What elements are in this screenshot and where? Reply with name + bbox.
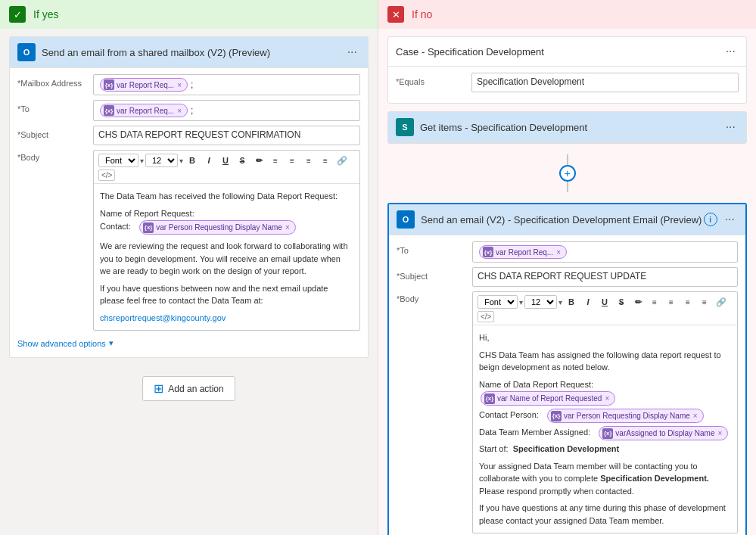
strikethrough-button-v2[interactable]: S	[614, 294, 629, 309]
to-row-v2: *To {x} var Report Req... ×	[397, 241, 738, 263]
paint-button-v2[interactable]: ✏	[630, 294, 646, 309]
indent-button[interactable]: ≡	[301, 153, 316, 168]
outdent-button-v2[interactable]: ≡	[697, 294, 712, 309]
font-select-v2[interactable]: Font	[478, 295, 518, 309]
body-text-5: If you have questions between now and th…	[100, 282, 353, 307]
sharepoint-icon: S	[396, 118, 414, 136]
body-label: *Body	[17, 150, 93, 162]
token-icon-to: {x}	[104, 105, 114, 116]
card-menu-email[interactable]: ···	[344, 44, 360, 61]
font-select[interactable]: Font	[98, 154, 138, 167]
contact-token-icon-v2: {x}	[551, 411, 562, 421]
sharepoint-card-menu[interactable]: ···	[723, 119, 739, 135]
outdent-button[interactable]: ≡	[318, 153, 333, 168]
name-token: {x} var Name of Report Requested ×	[481, 391, 615, 406]
body-text-6: chsreportrequest@kingcounty.gov	[100, 312, 353, 325]
condition-title: Case - Specification Development	[396, 46, 723, 58]
show-advanced-options[interactable]: Show advanced options ▾	[17, 335, 360, 351]
condition-card-menu[interactable]: ···	[723, 43, 739, 60]
card-body-email: *Mailbox Address {x} var Report Req... ×…	[10, 68, 368, 357]
email-v2-card-title: Send an email (V2) - Specification Devel…	[421, 214, 704, 226]
body-content[interactable]: The Data Team has received the following…	[94, 184, 359, 330]
sharepoint-card-header: S Get items - Specification Development …	[388, 112, 746, 143]
subject-input-v2[interactable]: CHS DATA REPORT REQUEST UPDATE	[472, 267, 738, 287]
to-token: {x} var Report Req... ×	[100, 104, 188, 117]
name-token-icon: {x}	[484, 393, 495, 404]
team-token-close[interactable]: ×	[718, 428, 723, 439]
token-icon: {x}	[104, 79, 114, 90]
body-row-v2: *Body Font ▾ 12 ▾	[397, 291, 738, 533]
body-para1: Your assigned Data Team member will be c…	[479, 460, 731, 498]
connector-line-top	[567, 154, 568, 165]
chevron-font-icon: ▾	[140, 157, 144, 165]
mailbox-token-close[interactable]: ×	[177, 81, 182, 89]
ol-button-v2[interactable]: ≡	[647, 294, 662, 309]
email-v2-card-menu[interactable]: ···	[722, 211, 738, 228]
branch-label-yes: If yes	[33, 8, 58, 20]
to-token-close-v2[interactable]: ×	[556, 248, 561, 257]
ol-button[interactable]: ≡	[268, 153, 283, 168]
body-area-wrapper-v2: Font ▾ 12 ▾ B I U S	[472, 291, 738, 533]
subject-row: *Subject CHS DATA REPORT REQUEST CONFIRM…	[17, 126, 360, 145]
to-token-v2: {x} var Report Req... ×	[479, 245, 567, 259]
code-toggle[interactable]: </>	[98, 170, 115, 181]
underline-button-v2[interactable]: U	[597, 294, 612, 309]
bold-button-v2[interactable]: B	[564, 294, 579, 309]
strikethrough-button[interactable]: S	[235, 153, 250, 168]
email-v2-card-header: O Send an email (V2) - Specification Dev…	[389, 204, 745, 235]
body-label-team: Data Team Member Assigned:	[479, 428, 590, 437]
subject-input[interactable]: CHS DATA REPORT REQUEST CONFIRMATION	[93, 126, 360, 145]
to-input[interactable]: {x} var Report Req... × ;	[93, 100, 360, 121]
email-shared-mailbox-card: O Send an email from a shared mailbox (V…	[9, 36, 369, 358]
body-text-1: The Data Team has received the following…	[100, 190, 353, 203]
body-content-v2[interactable]: Hi, CHS Data Team has assigned the follo…	[473, 325, 737, 533]
font-size-select-v2[interactable]: 12	[524, 295, 557, 309]
contact-token-close-v2[interactable]: ×	[693, 410, 698, 421]
rte-toolbar: Font ▾ 12 ▾ B I U S	[94, 151, 359, 184]
equals-label: *Equals	[396, 73, 471, 86]
paint-button[interactable]: ✏	[251, 153, 266, 168]
font-size-select[interactable]: 12	[145, 154, 178, 167]
body-text-3: Contact: {x} var Person Requesting Displ…	[100, 219, 353, 235]
body-area-v2: Font ▾ 12 ▾ B I U S	[472, 291, 738, 533]
italic-button[interactable]: I	[201, 153, 216, 168]
to-input-v2[interactable]: {x} var Report Req... ×	[472, 241, 738, 263]
mailbox-input[interactable]: {x} var Report Req... × ;	[93, 74, 360, 95]
code-toggle-v2[interactable]: </>	[478, 311, 494, 322]
body-area-wrapper: Font ▾ 12 ▾ B I U S	[93, 150, 360, 331]
team-token-icon: {x}	[602, 428, 613, 439]
underline-button[interactable]: U	[218, 153, 233, 168]
subject-row-v2: *Subject CHS DATA REPORT REQUEST UPDATE	[397, 267, 738, 287]
subject-label: *Subject	[17, 126, 93, 139]
contact-token-close[interactable]: ×	[285, 222, 290, 233]
connector-plus-button[interactable]: +	[559, 165, 576, 182]
equals-input[interactable]: Specification Development	[471, 73, 739, 92]
team-token: {x} varAssigned to Display Name ×	[599, 426, 728, 440]
to-token-close[interactable]: ×	[177, 107, 182, 115]
condition-body: *Equals Specification Development	[388, 67, 746, 103]
ul-button-v2[interactable]: ≡	[664, 294, 679, 309]
branch-label-no: If no	[412, 8, 432, 20]
body-row: *Body Font ▾ 12 ▾	[17, 150, 360, 331]
contact-token-v2: {x} var Person Requesting Display Name ×	[547, 409, 704, 423]
to-row: *To {x} var Report Req... × ;	[17, 100, 360, 121]
card-header-email: O Send an email from a shared mailbox (V…	[10, 37, 368, 68]
bold-button[interactable]: B	[185, 153, 200, 168]
name-token-close[interactable]: ×	[605, 393, 609, 404]
ul-button[interactable]: ≡	[285, 153, 300, 168]
body-text-2: Name of Report Request:	[100, 207, 353, 220]
body-label-v2: *Body	[397, 291, 472, 303]
add-action-button[interactable]: ⊞ Add an action	[142, 376, 235, 401]
indent-button-v2[interactable]: ≡	[680, 294, 695, 309]
subject-label-v2: *Subject	[397, 267, 472, 281]
add-action-container: ⊞ Add an action	[0, 365, 378, 412]
italic-button-v2[interactable]: I	[580, 294, 596, 309]
info-icon: i	[704, 213, 717, 226]
link-button[interactable]: 🔗	[334, 153, 350, 168]
yes-icon: ✓	[9, 6, 26, 23]
body-start-row: Start of: Specification Development	[479, 443, 731, 456]
chevron-size-v2-icon: ▾	[558, 298, 562, 306]
sharepoint-card: S Get items - Specification Development …	[387, 111, 747, 144]
outlook-v2-icon: O	[397, 210, 415, 229]
link-button-v2[interactable]: 🔗	[714, 294, 729, 309]
